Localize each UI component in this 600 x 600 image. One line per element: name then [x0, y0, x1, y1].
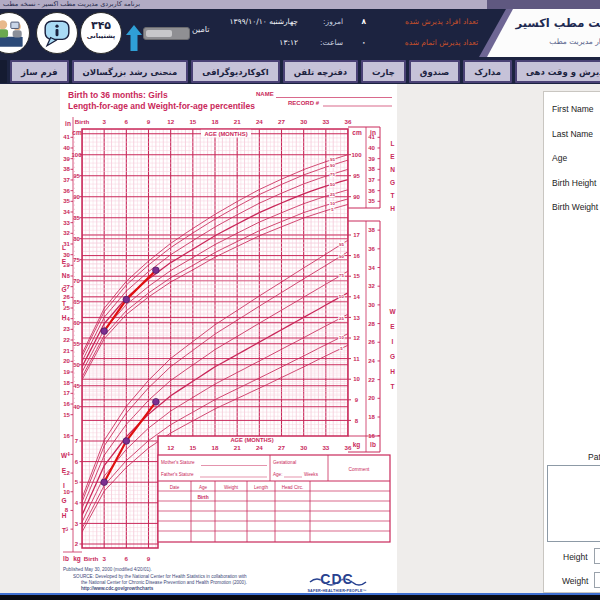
svg-text:37: 37 [368, 177, 375, 183]
svg-text:30: 30 [300, 444, 307, 451]
svg-text:18: 18 [212, 444, 219, 451]
support-number: ۳۴۵ [81, 20, 121, 32]
svg-text:15: 15 [189, 118, 196, 125]
svg-text:Birth: Birth [197, 495, 208, 500]
svg-text:15: 15 [353, 273, 360, 279]
svg-text:33: 33 [63, 220, 70, 226]
growth-chart-svg: Birth to 36 months: GirlsLength-for-age … [60, 84, 397, 593]
svg-text:21: 21 [63, 348, 70, 354]
svg-text:Weight: Weight [224, 485, 239, 490]
svg-text:AGE (MONTHS): AGE (MONTHS) [230, 437, 273, 443]
svg-text:Head Circ.: Head Circ. [282, 485, 304, 490]
svg-text:75: 75 [330, 172, 335, 177]
svg-text:24: 24 [256, 444, 263, 451]
svg-text:38: 38 [368, 227, 375, 233]
svg-text:lb: lb [370, 441, 376, 448]
cdc-logo: CDCSAFER•HEALTHIER•PEOPLE™ [307, 571, 366, 593]
svg-text:9: 9 [355, 397, 359, 403]
weight-input[interactable] [594, 572, 600, 588]
svg-text:E: E [390, 153, 395, 160]
svg-text:N: N [390, 166, 395, 173]
svg-text:Birth: Birth [75, 118, 90, 125]
svg-text:9: 9 [147, 118, 151, 125]
svg-text:18: 18 [212, 118, 219, 125]
time-value: ۱۳:۱۲ [279, 36, 298, 50]
svg-text:90: 90 [353, 194, 360, 200]
svg-text:32: 32 [368, 283, 375, 289]
svg-text:26: 26 [368, 339, 375, 345]
svg-text:10: 10 [353, 376, 360, 382]
chart-footer: Published May 30, 2000 (modified 4/20/01… [63, 567, 367, 593]
height-input[interactable] [594, 548, 600, 564]
svg-text:40: 40 [63, 145, 70, 151]
svg-text:20: 20 [63, 358, 70, 364]
svg-text:37: 37 [63, 177, 70, 183]
svg-text:24: 24 [368, 358, 375, 364]
tab-form-builder[interactable]: فرم ساز [10, 60, 69, 83]
svg-text:36: 36 [368, 188, 375, 194]
svg-text:13: 13 [353, 315, 360, 321]
svg-text:12: 12 [167, 444, 174, 451]
svg-text:H: H [390, 205, 395, 212]
svg-text:the National Center for Chroni: the National Center for Chronic Disease … [81, 580, 247, 585]
svg-text:40: 40 [368, 145, 375, 151]
svg-text:http://www.cdc.gov/growthchart: http://www.cdc.gov/growthcharts [81, 586, 154, 591]
svg-text:5: 5 [331, 207, 334, 212]
titlebar-accent [487, 0, 600, 9]
tab-echocardiography[interactable]: اکوکاردیوگرافی [191, 60, 279, 83]
completed-count-label: تعداد پذیرش اتمام شده [405, 36, 478, 50]
admitted-count-value: ۸ [361, 15, 366, 29]
window-titlebar: برنامه کاربردی مدیریت مطب اکسیر - نسخه م… [0, 0, 600, 9]
svg-text:H: H [390, 368, 395, 375]
svg-text:lb: lb [63, 555, 69, 562]
svg-text:3: 3 [75, 521, 79, 527]
svg-text:4: 4 [75, 500, 79, 506]
tab-adult-growth-curve[interactable]: منحنی رشد بزرگسالان [72, 60, 189, 83]
window-title: برنامه کاربردی مدیریت مطب اکسیر - نسخه م… [3, 0, 140, 9]
tab-growth-curve[interactable]: منحنی رشد [0, 60, 7, 83]
growth-chart-panel: Birth to 36 months: GirlsLength-for-age … [60, 84, 397, 593]
main-content: Birth to 36 months: GirlsLength-for-age … [0, 84, 600, 593]
tabs-strip: مدیریت پذیرش و وقت دهی مدارک صندوق چارت … [0, 60, 600, 83]
svg-text:Birth to 36 months: Girls: Birth to 36 months: Girls [68, 90, 168, 100]
tab-cashbox[interactable]: صندوق [409, 60, 460, 83]
svg-text:25: 25 [330, 192, 335, 197]
svg-text:75: 75 [339, 273, 344, 278]
support-label: پشتیبانی [81, 32, 121, 40]
svg-text:95: 95 [339, 242, 344, 247]
svg-text:38: 38 [368, 166, 375, 172]
svg-text:16: 16 [63, 433, 70, 439]
reception-icon[interactable] [0, 12, 30, 54]
svg-text:G: G [61, 286, 66, 293]
tab-chart[interactable]: چارت [361, 60, 406, 83]
svg-text:41: 41 [368, 134, 375, 140]
app-name: مدیریت مطب اکسیر [516, 16, 600, 30]
svg-text:3: 3 [102, 118, 106, 125]
svg-text:L: L [62, 244, 66, 251]
tab-phonebook[interactable]: دفترچه تلفن [283, 60, 358, 83]
svg-text:12: 12 [167, 118, 174, 125]
svg-text:I: I [392, 338, 394, 345]
age-label: Age [552, 153, 567, 163]
svg-text:28: 28 [368, 321, 375, 327]
svg-text:Comment: Comment [349, 467, 370, 472]
info-chat-icon[interactable] [36, 12, 78, 54]
patient-form-panel: First Name Last Name Age Birth Height Bi… [543, 91, 600, 593]
support-badge-icon[interactable]: ۳۴۵ پشتیبانی [80, 12, 122, 54]
svg-text:Length: Length [254, 485, 268, 490]
tab-admission-management[interactable]: مدیریت پذیرش و وقت دهی [515, 60, 600, 83]
svg-text:G: G [390, 353, 395, 360]
app-subtitle: نرم افزار مدیریت مطب [549, 37, 600, 46]
svg-text:cm: cm [72, 129, 82, 136]
today-label: امروز: [323, 15, 343, 29]
svg-text:E: E [62, 467, 67, 474]
svg-text:CDC: CDC [320, 571, 353, 587]
svg-text:21: 21 [234, 444, 241, 451]
time-label: ساعت: [320, 36, 343, 50]
svg-text:30: 30 [300, 118, 307, 125]
svg-text:36: 36 [345, 118, 352, 125]
tab-documents[interactable]: مدارک [463, 60, 512, 83]
svg-text:I: I [63, 482, 65, 489]
svg-text:AGE (MONTHS): AGE (MONTHS) [204, 131, 247, 137]
patients-listbox[interactable] [547, 465, 600, 542]
